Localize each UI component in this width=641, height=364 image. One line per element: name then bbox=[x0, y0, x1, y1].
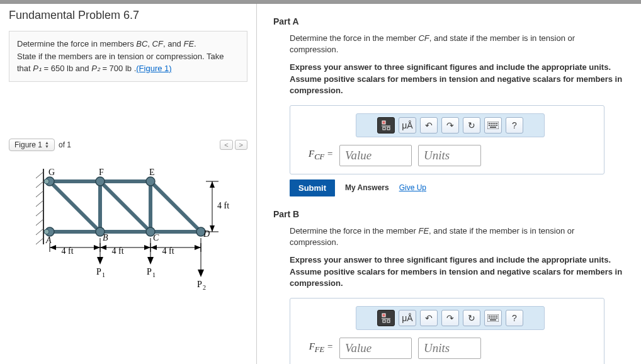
svg-rect-74 bbox=[387, 320, 390, 322]
input-row: FCF = bbox=[299, 145, 595, 166]
svg-point-26 bbox=[44, 179, 49, 184]
left-panel: Fundamental Problem 6.7 Determine the fo… bbox=[0, 4, 257, 364]
svg-rect-60 bbox=[489, 123, 490, 124]
submit-button[interactable]: Submit bbox=[290, 179, 335, 196]
svg-rect-69 bbox=[496, 125, 497, 126]
value-input[interactable] bbox=[339, 338, 412, 359]
svg-point-21 bbox=[146, 177, 155, 186]
part-a-text: Determine the force in the member CF, an… bbox=[290, 33, 625, 55]
my-answers-label: My Answers bbox=[345, 183, 389, 192]
svg-rect-76 bbox=[489, 316, 490, 317]
svg-rect-68 bbox=[494, 125, 496, 126]
figure-link[interactable]: (Figure 1) bbox=[136, 64, 171, 73]
svg-rect-80 bbox=[496, 316, 497, 317]
svg-line-1 bbox=[36, 172, 43, 178]
dim-w2: 4 ft bbox=[111, 246, 123, 256]
svg-text:2: 2 bbox=[203, 284, 206, 291]
force-label: FCF = bbox=[299, 149, 333, 162]
svg-rect-62 bbox=[492, 123, 494, 124]
member-fe: FE bbox=[183, 39, 194, 48]
svg-rect-63 bbox=[494, 123, 496, 124]
fraction-button[interactable] bbox=[377, 117, 395, 134]
units-button[interactable]: μÅ bbox=[399, 117, 416, 134]
problem-statement: Determine the force in members BC, CF, a… bbox=[9, 31, 247, 82]
input-row: FFE = bbox=[299, 338, 595, 359]
keyboard-button[interactable] bbox=[484, 310, 502, 326]
svg-marker-30 bbox=[210, 225, 215, 232]
svg-rect-70 bbox=[490, 127, 496, 128]
figure-count: of 1 bbox=[59, 140, 71, 149]
txt: = 650 lb and bbox=[42, 64, 91, 73]
undo-button[interactable]: ↶ bbox=[420, 310, 438, 326]
value-input[interactable] bbox=[339, 145, 412, 166]
part-a-answer-box: μÅ ↶ ↷ ↻ ? FCF = bbox=[290, 105, 604, 174]
part-b-title: Part B bbox=[273, 209, 625, 219]
svg-rect-55 bbox=[382, 121, 385, 124]
txt: that bbox=[17, 64, 33, 73]
svg-rect-85 bbox=[496, 317, 497, 319]
svg-rect-66 bbox=[491, 125, 492, 126]
svg-rect-58 bbox=[387, 127, 390, 130]
figure-toolbar: Figure 1 ▲▼ of 1 < > bbox=[9, 139, 247, 151]
node-f: F bbox=[99, 168, 104, 177]
svg-rect-67 bbox=[492, 125, 494, 126]
txt: Determine the force in members bbox=[17, 39, 136, 48]
node-d: D bbox=[203, 229, 210, 239]
units-button[interactable]: μÅ bbox=[399, 310, 416, 326]
svg-rect-57 bbox=[383, 127, 385, 130]
units-input[interactable] bbox=[418, 145, 481, 166]
give-up-link[interactable]: Give Up bbox=[399, 183, 426, 192]
node-e: E bbox=[149, 168, 155, 177]
keyboard-button[interactable] bbox=[484, 117, 502, 134]
redo-button[interactable]: ↷ bbox=[441, 117, 459, 134]
force-label: FFE = bbox=[299, 341, 333, 355]
svg-marker-50 bbox=[147, 257, 154, 264]
svg-rect-64 bbox=[496, 123, 497, 124]
svg-rect-78 bbox=[492, 316, 494, 317]
dim-w1: 4 ft bbox=[61, 246, 73, 256]
figure-selector[interactable]: Figure 1 ▲▼ bbox=[9, 139, 55, 151]
help-button[interactable]: ? bbox=[506, 310, 523, 326]
svg-marker-37 bbox=[94, 245, 100, 250]
redo-button[interactable]: ↷ bbox=[441, 310, 459, 326]
undo-button[interactable]: ↶ bbox=[420, 117, 438, 134]
var-p2: P₂ bbox=[91, 64, 100, 73]
svg-marker-47 bbox=[97, 257, 103, 264]
txt: , bbox=[147, 39, 152, 48]
dim-w3: 4 ft bbox=[162, 246, 174, 256]
svg-rect-73 bbox=[383, 320, 385, 322]
reset-button[interactable]: ↻ bbox=[463, 117, 480, 134]
svg-text:1: 1 bbox=[152, 271, 156, 278]
units-input[interactable] bbox=[418, 338, 481, 359]
svg-point-20 bbox=[96, 177, 105, 186]
txt: Determine the force in the member bbox=[290, 33, 418, 43]
var-p1: P₁ bbox=[33, 64, 42, 73]
fraction-button[interactable] bbox=[377, 310, 395, 326]
node-a: A bbox=[45, 236, 52, 245]
svg-rect-71 bbox=[382, 314, 385, 317]
prev-button[interactable]: < bbox=[220, 140, 232, 150]
svg-marker-41 bbox=[195, 245, 201, 250]
node-c: C bbox=[153, 233, 159, 242]
formula-toolbar: μÅ ↶ ↷ ↻ ? bbox=[356, 306, 545, 330]
txt: State if the members are in tension or c… bbox=[17, 52, 224, 61]
part-b-text: Determine the force in the member FE, an… bbox=[290, 225, 625, 248]
reset-button[interactable]: ↻ bbox=[463, 310, 480, 326]
svg-line-8 bbox=[36, 238, 43, 244]
help-button[interactable]: ? bbox=[506, 117, 523, 134]
svg-rect-81 bbox=[489, 317, 490, 319]
part-a-instruction: Express your answer to three significant… bbox=[290, 62, 625, 96]
member-cf: CF bbox=[152, 39, 163, 48]
svg-marker-40 bbox=[150, 245, 157, 250]
truss-figure: G F E A B C D 4 ft bbox=[25, 162, 232, 295]
svg-line-5 bbox=[36, 210, 43, 216]
stepper-icon[interactable]: ▲▼ bbox=[45, 141, 49, 149]
svg-line-3 bbox=[36, 191, 43, 197]
member-bc: BC bbox=[136, 39, 147, 48]
svg-rect-83 bbox=[492, 317, 494, 319]
load-p1a: P bbox=[96, 267, 101, 276]
svg-rect-79 bbox=[494, 316, 496, 317]
member-fe: FE bbox=[418, 226, 429, 236]
txt: = 700 lb . bbox=[100, 64, 136, 73]
next-button[interactable]: > bbox=[235, 140, 247, 150]
